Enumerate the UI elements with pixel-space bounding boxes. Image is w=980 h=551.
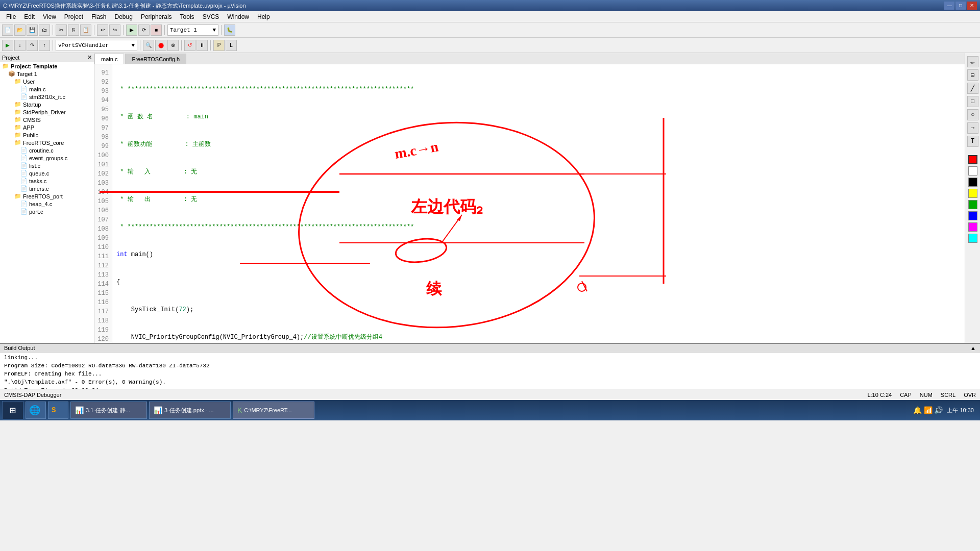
- line-tool-btn[interactable]: ╱: [967, 83, 978, 94]
- menu-project[interactable]: Project: [60, 12, 87, 21]
- step-btn[interactable]: ↓: [14, 40, 26, 51]
- run-btn[interactable]: ▶: [2, 40, 13, 51]
- undo-btn[interactable]: ↩: [97, 24, 108, 36]
- taskbar-keil-label: C:\MRYZ\FreeRT...: [244, 407, 291, 413]
- taskbar-ppt2[interactable]: 📊 3-任务创建.pptx - ...: [149, 402, 231, 419]
- new-file-btn[interactable]: 📄: [2, 24, 13, 36]
- color-green[interactable]: [968, 200, 977, 209]
- tree-user[interactable]: 📁 User: [0, 78, 94, 85]
- menu-help[interactable]: Help: [253, 12, 274, 21]
- tree-croutine[interactable]: 📄 croutine.c: [0, 146, 94, 154]
- tree-tasks[interactable]: 📄 tasks.c: [0, 177, 94, 185]
- tree-timers[interactable]: 📄 timers.c: [0, 185, 94, 192]
- sep9: [210, 40, 211, 51]
- breakpoint-btn[interactable]: ⬤: [155, 40, 166, 51]
- tab-freertos-config[interactable]: FreeRTOSConfig.h: [125, 54, 186, 64]
- tree-port[interactable]: 📄 port.c: [0, 208, 94, 215]
- tree-freertos-port[interactable]: 📁 FreeRTOS_port: [0, 192, 94, 200]
- tree-main-c[interactable]: 📄 main.c: [0, 85, 94, 93]
- arrow-tool-btn[interactable]: →: [967, 122, 978, 134]
- menu-debug[interactable]: Debug: [111, 12, 137, 21]
- tree-freertos-core[interactable]: 📁 FreeRTOS_core: [0, 139, 94, 146]
- clear-bp-btn[interactable]: ⊗: [167, 40, 179, 51]
- target-dropdown[interactable]: Target 1 ▼: [167, 24, 218, 36]
- build-btn[interactable]: ▶: [126, 24, 137, 36]
- save-all-btn[interactable]: 🗂: [39, 24, 50, 36]
- reset-btn[interactable]: ↺: [184, 40, 195, 51]
- build-line-3: FromELF: creating hex file...: [4, 370, 976, 378]
- color-yellow[interactable]: [968, 189, 977, 198]
- tree-stdperiph[interactable]: 📁 StdPeriph_Driver: [0, 108, 94, 116]
- rect-tool-btn[interactable]: □: [967, 96, 978, 107]
- halt-btn[interactable]: ⏸: [197, 40, 208, 51]
- redo-btn[interactable]: ↪: [109, 24, 120, 36]
- tree-target1[interactable]: 📦 Target 1: [0, 70, 94, 78]
- function-dropdown[interactable]: vPortSVCHandler ▼: [56, 40, 137, 51]
- code-content[interactable]: * **************************************…: [112, 64, 965, 343]
- logic-btn[interactable]: L: [226, 40, 237, 51]
- tree-heap4[interactable]: 📄 heap_4.c: [0, 200, 94, 208]
- taskbar-btn-sohu[interactable]: S: [48, 402, 68, 419]
- save-btn[interactable]: 💾: [27, 24, 38, 36]
- project-close-btn[interactable]: ✕: [87, 54, 92, 61]
- zoom-in-btn[interactable]: 🔍: [143, 40, 154, 51]
- debug-btn[interactable]: 🐛: [224, 24, 235, 36]
- menu-view[interactable]: View: [39, 12, 60, 21]
- tree-project-root[interactable]: 📁 Project: Template: [0, 62, 94, 70]
- ellipse-tool-btn[interactable]: ○: [967, 109, 978, 120]
- code-line-92: * 函 数 名 : main: [116, 112, 961, 121]
- maximize-button[interactable]: □: [955, 2, 966, 10]
- stop-btn[interactable]: ■: [151, 24, 162, 36]
- color-black[interactable]: [968, 178, 977, 187]
- code-line-97: int main(): [116, 250, 961, 259]
- step-out-btn[interactable]: ↑: [39, 40, 50, 51]
- menu-edit[interactable]: Edit: [20, 12, 39, 21]
- tree-list[interactable]: 📄 list.c: [0, 162, 94, 169]
- target-icon: 📦: [8, 70, 15, 77]
- tree-public[interactable]: 📁 Public: [0, 131, 94, 139]
- taskbar-pptx[interactable]: 📊 3.1-任务创建-静...: [70, 402, 147, 419]
- periph-btn[interactable]: P: [213, 40, 225, 51]
- color-blue[interactable]: [968, 211, 977, 220]
- color-magenta[interactable]: [968, 222, 977, 232]
- minimize-button[interactable]: —: [944, 2, 954, 10]
- title-text: C:\MRYZ\FreeRTOS操作系统实验\3-任务创建\3.1-任务创建 -…: [3, 2, 246, 10]
- color-red[interactable]: [968, 155, 977, 164]
- paste-btn[interactable]: 📋: [80, 24, 91, 36]
- tree-cmsis[interactable]: 📁 CMSIS: [0, 116, 94, 123]
- color-cyan[interactable]: [968, 234, 977, 243]
- tree-queue[interactable]: 📄 queue.c: [0, 169, 94, 177]
- sep6: [53, 40, 53, 51]
- rebuild-btn[interactable]: ⟳: [138, 24, 150, 36]
- menu-flash[interactable]: Flash: [87, 12, 110, 21]
- open-btn[interactable]: 📂: [14, 24, 26, 36]
- menu-file[interactable]: File: [2, 12, 20, 21]
- taskbar-right: 🔔 📶 🔊 上午 10:30: [913, 406, 978, 414]
- menu-window[interactable]: Window: [223, 12, 253, 21]
- cut-btn[interactable]: ✂: [56, 24, 67, 36]
- close-button[interactable]: ✕: [967, 2, 977, 10]
- tab-main-c[interactable]: main.c: [94, 54, 124, 64]
- taskbar-time: 上午 10:30: [947, 407, 974, 414]
- copy-btn[interactable]: ⎘: [68, 24, 79, 36]
- pen-tool-btn[interactable]: ✏: [967, 56, 978, 67]
- ppt-icon: 📊: [154, 406, 162, 414]
- menu-peripherals[interactable]: Peripherals: [137, 12, 176, 21]
- step-over-btn[interactable]: ↷: [27, 40, 38, 51]
- build-expand-btn[interactable]: ▲: [970, 345, 976, 351]
- file-icon-event: 📄: [20, 155, 28, 161]
- tree-target-label: Target 1: [17, 71, 37, 77]
- menu-tools[interactable]: Tools: [176, 12, 199, 21]
- tree-startup[interactable]: 📁 Startup: [0, 101, 94, 108]
- taskbar-keil[interactable]: K C:\MRYZ\FreeRT...: [233, 402, 314, 419]
- start-button[interactable]: ⊞: [2, 401, 23, 419]
- tree-event[interactable]: 📄 event_groups.c: [0, 154, 94, 162]
- code-line-100: NVIC_PriorityGroupConfig(NVIC_PriorityGr…: [116, 333, 961, 342]
- color-white[interactable]: [968, 166, 977, 176]
- menu-svcs[interactable]: SVCS: [199, 12, 224, 21]
- text-tool-btn[interactable]: T: [967, 136, 978, 147]
- tree-stm32[interactable]: 📄 stm32f10x_it.c: [0, 93, 94, 101]
- eraser-btn[interactable]: ⊟: [967, 69, 978, 81]
- tree-app[interactable]: 📁 APP: [0, 123, 94, 131]
- taskbar-btn-1[interactable]: 🌐: [26, 402, 46, 419]
